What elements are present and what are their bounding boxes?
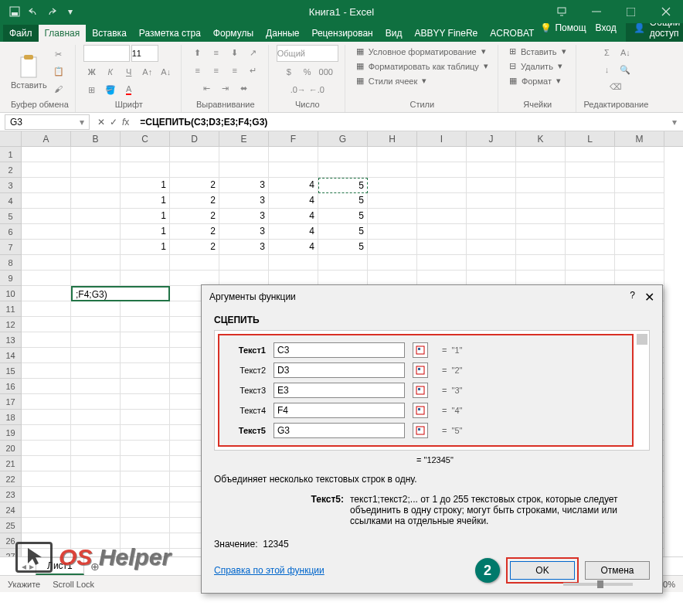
cell[interactable]: [121, 410, 170, 425]
cell[interactable]: [71, 224, 121, 240]
cell[interactable]: [615, 147, 664, 162]
cell[interactable]: 2: [170, 178, 219, 193]
row-header[interactable]: 17: [0, 394, 22, 410]
cell[interactable]: [121, 301, 170, 317]
cell[interactable]: [615, 271, 664, 286]
cell[interactable]: 4: [269, 209, 318, 224]
format-cells-button[interactable]: ▦ Формат ▾: [506, 74, 564, 87]
cell[interactable]: [71, 271, 121, 286]
cell[interactable]: [615, 178, 664, 193]
cell[interactable]: [121, 379, 170, 394]
tab-file[interactable]: Файл: [3, 25, 39, 42]
currency-icon[interactable]: $: [280, 64, 297, 80]
cell[interactable]: [615, 224, 664, 240]
cell[interactable]: [615, 162, 664, 178]
formula-input[interactable]: =СЦЕПИТЬ(C3;D3;E3;F4;G3): [135, 117, 666, 128]
col-header[interactable]: K: [516, 131, 566, 146]
cell[interactable]: 3: [219, 178, 269, 193]
cell[interactable]: 4: [269, 178, 318, 193]
underline-button[interactable]: Ч: [121, 64, 138, 80]
col-header[interactable]: I: [417, 131, 467, 146]
cell[interactable]: [22, 471, 71, 487]
function-help-link[interactable]: Справка по этой функции: [214, 565, 325, 576]
cell[interactable]: [22, 193, 71, 209]
cell[interactable]: [71, 379, 121, 394]
cell[interactable]: [71, 301, 121, 317]
cell[interactable]: [516, 255, 566, 271]
cell[interactable]: [368, 255, 417, 271]
tab-layout[interactable]: Разметка стра: [133, 25, 207, 42]
tab-home[interactable]: Главная: [39, 25, 87, 42]
cell[interactable]: [22, 286, 71, 301]
row-header[interactable]: 4: [0, 193, 22, 209]
cell[interactable]: [71, 147, 121, 162]
cell[interactable]: ;F4;G3): [71, 286, 170, 301]
cell[interactable]: [71, 162, 121, 178]
cell[interactable]: [121, 363, 170, 379]
cell[interactable]: [22, 147, 71, 162]
cell[interactable]: [368, 162, 417, 178]
cell[interactable]: [71, 348, 121, 363]
copy-icon[interactable]: 📋: [50, 64, 67, 80]
cell[interactable]: [71, 441, 121, 456]
arg-input[interactable]: [274, 423, 405, 438]
row-header[interactable]: 20: [0, 441, 22, 456]
font-shrink-icon[interactable]: A↓: [158, 64, 175, 80]
cell[interactable]: 5: [318, 178, 368, 193]
font-name-select[interactable]: [83, 45, 130, 62]
italic-button[interactable]: К: [102, 64, 119, 80]
cell[interactable]: [22, 487, 71, 502]
cell[interactable]: [22, 348, 71, 363]
qat-dropdown-icon[interactable]: ▾: [62, 3, 79, 20]
range-selector-icon[interactable]: [413, 383, 428, 398]
row-header[interactable]: 18: [0, 410, 22, 425]
row-header[interactable]: 11: [0, 301, 22, 317]
col-header[interactable]: L: [566, 131, 615, 146]
cell[interactable]: [22, 224, 71, 240]
fill-color-button[interactable]: 🪣: [102, 82, 119, 97]
cell[interactable]: [467, 224, 516, 240]
cell[interactable]: [22, 379, 71, 394]
cell[interactable]: 2: [170, 209, 219, 224]
cell[interactable]: [71, 518, 121, 533]
cell[interactable]: [566, 209, 615, 224]
col-header[interactable]: H: [368, 131, 417, 146]
align-middle-icon[interactable]: ≡: [208, 45, 225, 60]
cell[interactable]: [516, 147, 566, 162]
cell[interactable]: [467, 255, 516, 271]
cell[interactable]: [516, 240, 566, 255]
scrollbar-thumb[interactable]: [637, 334, 647, 345]
cell[interactable]: [71, 425, 121, 441]
cell[interactable]: [121, 425, 170, 441]
cell[interactable]: [22, 518, 71, 533]
row-header[interactable]: 14: [0, 348, 22, 363]
align-bottom-icon[interactable]: ⬇: [226, 45, 243, 60]
row-header[interactable]: 15: [0, 363, 22, 379]
cell[interactable]: 1: [121, 240, 170, 255]
cell[interactable]: [467, 178, 516, 193]
tab-data[interactable]: Данные: [260, 25, 305, 42]
cell[interactable]: [467, 271, 516, 286]
cell[interactable]: [71, 394, 121, 410]
tab-formulas[interactable]: Формулы: [207, 25, 260, 42]
arg-input[interactable]: [274, 342, 405, 358]
row-header[interactable]: 8: [0, 255, 22, 271]
cell[interactable]: [566, 162, 615, 178]
col-header[interactable]: B: [71, 131, 121, 146]
cell[interactable]: [170, 162, 219, 178]
range-selector-icon[interactable]: [413, 342, 428, 358]
maximize-button[interactable]: [613, 0, 648, 23]
format-as-table-button[interactable]: ▦ Форматировать как таблицу ▾: [353, 60, 491, 73]
name-box[interactable]: G3▾: [5, 114, 90, 130]
cell[interactable]: [516, 162, 566, 178]
row-header[interactable]: 24: [0, 502, 22, 518]
arg-input[interactable]: [274, 383, 405, 398]
cell[interactable]: [71, 209, 121, 224]
col-header[interactable]: J: [467, 131, 516, 146]
cell[interactable]: [121, 502, 170, 518]
cut-icon[interactable]: ✂: [50, 47, 67, 63]
cell[interactable]: [121, 332, 170, 348]
cell[interactable]: [71, 410, 121, 425]
tell-me[interactable]: 💡Помощ: [540, 22, 586, 33]
cell[interactable]: [566, 271, 615, 286]
